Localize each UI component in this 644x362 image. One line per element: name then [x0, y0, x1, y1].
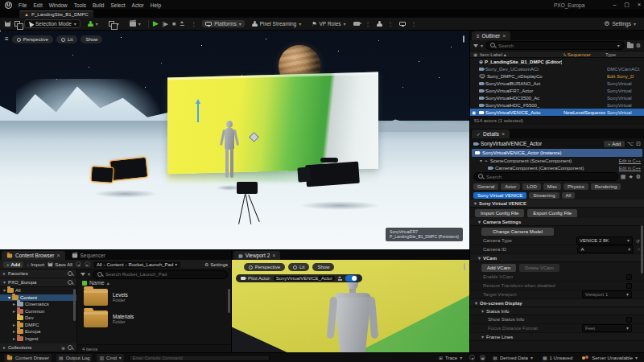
- search-icon[interactable]: [68, 271, 73, 277]
- instance-row[interactable]: SonyVirtualVENICE_Actor (Instance): [472, 149, 642, 157]
- breadcrumb-content[interactable]: Content: [107, 262, 124, 267]
- camera-body-selected[interactable]: [91, 167, 113, 183]
- tree-item-content[interactable]: ▾Content: [0, 294, 76, 302]
- delete-vcam-button[interactable]: Delete VCam: [519, 264, 559, 272]
- outliner-row[interactable]: Sony_Dev_UCustomACt DMCVCamACt: [470, 65, 644, 72]
- search-icon[interactable]: [68, 345, 73, 351]
- outliner-row[interactable]: SonyVirtualFR7_Actor SonyVirtual: [470, 87, 644, 94]
- menu-actor[interactable]: Actor: [132, 2, 144, 8]
- section-camera-settings[interactable]: ▾Camera Settings: [470, 218, 644, 226]
- save-all-button[interactable]: Save All: [47, 261, 72, 267]
- favorites-star-icon[interactable]: ★: [628, 174, 633, 180]
- breadcrumb-current[interactable]: Rocket_Launch_Pad: [129, 262, 174, 267]
- edit-cpp-link[interactable]: Edit in C++: [619, 166, 641, 171]
- sources-scrollbar[interactable]: [73, 289, 76, 321]
- virtual-camera-kebab-icon[interactable]: ⋮: [365, 21, 371, 27]
- add-actor-dropdown[interactable]: ▾: [85, 20, 101, 27]
- mannequin-actor[interactable]: [221, 121, 238, 190]
- eject-pilot-icon[interactable]: [337, 276, 343, 282]
- enable-vcam-checkbox[interactable]: [626, 274, 632, 280]
- lit-dropdown[interactable]: Lit: [56, 35, 77, 43]
- add-collection-icon[interactable]: ⊕: [61, 345, 65, 351]
- pilot-toggle[interactable]: [345, 275, 357, 282]
- viewport-menu-icon[interactable]: ≡: [237, 264, 241, 270]
- change-camera-model-button[interactable]: Change Camera Model: [481, 228, 554, 236]
- focus-distance-format-select[interactable]: Feet▾: [582, 324, 632, 332]
- breadcrumb-all[interactable]: All: [97, 262, 102, 267]
- forward-button[interactable]: ▸: [85, 261, 90, 267]
- reset-icon[interactable]: ↺: [636, 238, 640, 244]
- lock-icon[interactable]: ⊡: [636, 141, 641, 147]
- cb-settings-button[interactable]: ⚙Settings: [204, 262, 228, 267]
- output-log-button[interactable]: ▤ Output Log: [56, 354, 92, 362]
- menu-window[interactable]: Window: [49, 2, 68, 8]
- filter-physics[interactable]: Physics: [564, 183, 588, 190]
- close-icon[interactable]: ×: [502, 33, 506, 39]
- asset-folder-materials[interactable]: MaterialsFolder: [77, 308, 231, 330]
- breadcrumb[interactable]: All › Content › Rocket_Launch_Pad ▾: [93, 261, 180, 268]
- filter-icon[interactable]: [80, 273, 85, 276]
- section-sony-virtual-venice[interactable]: ▾Sony Virtual VENICE: [470, 200, 644, 208]
- eye-icon[interactable]: ◉: [472, 109, 477, 115]
- viewport-maximize-icon[interactable]: [463, 36, 464, 42]
- close-button[interactable]: ×: [638, 2, 641, 8]
- filter-lod[interactable]: LOD: [522, 183, 540, 190]
- perspective-dropdown[interactable]: Perspective: [12, 35, 53, 43]
- section-frame-lines[interactable]: ▾Frame Lines: [470, 333, 644, 341]
- back-button[interactable]: ◂: [76, 261, 81, 267]
- show-status-info-checkbox[interactable]: [626, 317, 632, 323]
- add-component-button[interactable]: + Add: [604, 141, 625, 147]
- filter-rendering[interactable]: Rendering: [591, 183, 621, 190]
- name-column-header[interactable]: Name▴: [77, 279, 231, 286]
- level-tab[interactable]: ▲ P_LandingSite_B1_DMPC: [19, 10, 93, 18]
- frame-skip-button[interactable]: |▶: [163, 21, 168, 27]
- vp2-show-dropdown[interactable]: Show: [312, 263, 334, 271]
- save-icon[interactable]: [5, 21, 10, 27]
- menu-build[interactable]: Build: [93, 2, 104, 8]
- derived-data-dropdown[interactable]: ▤ Derived Data▾: [490, 354, 535, 362]
- outliner-search-input[interactable]: [498, 43, 615, 48]
- tree-item-europa[interactable]: ▸Europa: [0, 328, 76, 335]
- section-onscreen-display[interactable]: ▾On-screen Display: [470, 299, 644, 307]
- outliner-row[interactable]: ⊕ P_LandingSite_B1_DMPC (Editor): [470, 58, 644, 65]
- restore-transform-checkbox[interactable]: [626, 283, 632, 289]
- filter-general[interactable]: General: [473, 183, 498, 190]
- notification-icon[interactable]: ●: [469, 355, 475, 360]
- vp2-perspective-dropdown[interactable]: Perspective: [244, 263, 285, 271]
- edit-cpp-link[interactable]: Edit in C++: [619, 158, 641, 163]
- edit-link[interactable]: Edit Sony_D: [607, 74, 642, 79]
- project-header[interactable]: ▾PXO_Europa: [0, 278, 76, 287]
- target-viewport-select[interactable]: Viewport 1▾: [582, 290, 632, 298]
- ndisplay-icon[interactable]: [399, 22, 406, 26]
- filter-icon[interactable]: [473, 44, 478, 47]
- tree-item-all[interactable]: ▾All: [0, 287, 76, 294]
- main-viewport[interactable]: ≡ Perspective Lit Show SonyVirtualFR7 P_…: [0, 31, 469, 249]
- cine-camera-right[interactable]: [305, 162, 360, 187]
- menu-tools[interactable]: Tools: [74, 2, 86, 8]
- play-button[interactable]: ▶: [153, 20, 159, 27]
- camera-rig-selected[interactable]: [110, 158, 147, 180]
- tree-item-ingest[interactable]: ▸Ingest: [0, 335, 76, 343]
- section-status-info[interactable]: ▾Status Info: [470, 307, 644, 315]
- outliner-search[interactable]: ▾: [485, 41, 625, 50]
- close-icon[interactable]: ×: [56, 253, 60, 258]
- selection-mode-dropdown[interactable]: Selection Mode ▾: [24, 19, 80, 28]
- favorites-header[interactable]: ▸Favorites: [0, 269, 76, 278]
- asset-search[interactable]: [93, 270, 228, 279]
- asset-folder-levels[interactable]: LevelsFolder: [77, 286, 231, 308]
- outliner-row[interactable]: SonyVirtualHDC3500_Ac SonyVirtual: [470, 94, 644, 101]
- ndisplay-kebab-icon[interactable]: ⋮: [411, 21, 417, 27]
- category-all[interactable]: All: [562, 192, 576, 199]
- play-options-kebab-icon[interactable]: ⋮: [191, 21, 196, 27]
- close-icon[interactable]: ×: [272, 253, 275, 258]
- tab-outliner[interactable]: ≡ Outliner ×: [472, 31, 510, 40]
- details-scrollbar[interactable]: [641, 225, 643, 274]
- camera-rig-mid[interactable]: [237, 182, 258, 194]
- category-streaming[interactable]: Streaming: [529, 192, 559, 199]
- virtual-camera-icon[interactable]: [353, 22, 360, 26]
- stop-button[interactable]: ■: [172, 21, 175, 27]
- add-button[interactable]: + Add: [3, 261, 23, 268]
- show-dropdown[interactable]: Show: [80, 35, 102, 43]
- outliner-row[interactable]: Sony_DMPC_nDisplayCo Edit Sony_D: [470, 72, 644, 80]
- camera-type-select[interactable]: VENICE 2 8K▾: [576, 237, 633, 245]
